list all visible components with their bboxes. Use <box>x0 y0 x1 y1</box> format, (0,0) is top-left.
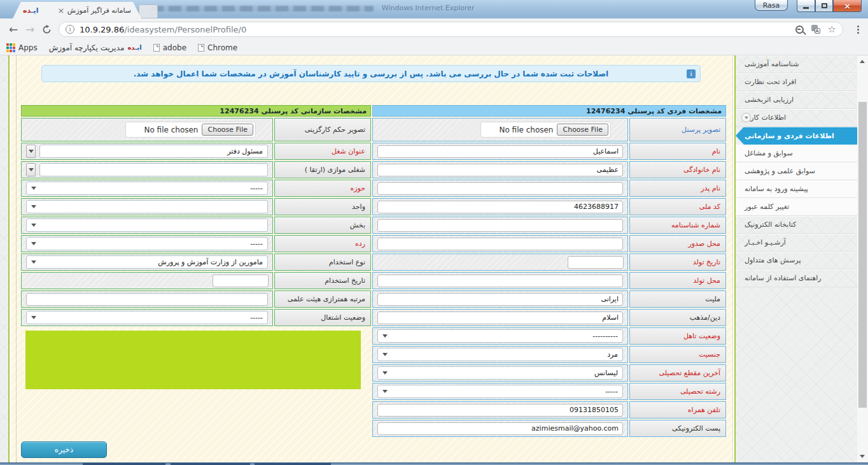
field-label: حوزه <box>274 180 371 197</box>
organizational-form: مشخصات سازمانی کد پرسنلی 12476234 No fil… <box>21 105 371 327</box>
scroll-up-icon[interactable] <box>860 60 865 63</box>
select-input[interactable]: مامورین از وزارت آموزش و پرورش <box>26 255 268 269</box>
text-input[interactable] <box>377 404 623 417</box>
bookmark-idea[interactable]: مدیریت یکپارچه آموزش ایـدهایده <box>49 43 142 52</box>
personal-form-title: مشخصات فردی کد پرسنلی 12476234 <box>372 105 726 117</box>
file-input[interactable]: No file chosen Choose File <box>480 122 611 138</box>
minimize-button[interactable] <box>797 0 815 12</box>
text-input[interactable] <box>377 201 623 213</box>
field-label: محل صدور <box>629 235 726 252</box>
sidebar-item[interactable]: افراد تحت نظارت <box>736 73 857 91</box>
text-input[interactable] <box>377 422 623 435</box>
sidebar-navigation: شناسنامه آموزشی افراد تحت نظارت ارزیابی … <box>734 55 857 462</box>
select-input[interactable]: ----- <box>377 385 623 398</box>
forward-button[interactable]: → <box>22 23 38 36</box>
close-window-button[interactable]: × <box>833 0 862 12</box>
bookmark-star-icon[interactable]: ☆ <box>828 25 836 34</box>
text-input[interactable] <box>377 293 623 306</box>
chevron-down-icon <box>382 353 388 356</box>
select-input[interactable]: ----- <box>26 237 268 250</box>
translate-icon[interactable]: A <box>811 25 820 34</box>
field-label: نام پدر <box>629 180 726 197</box>
form-row: تلفن همراه <box>372 401 726 418</box>
field-label: نام خانوادگی <box>629 161 726 178</box>
text-input[interactable] <box>26 293 268 306</box>
sidebar-item[interactable]: پیشینه ورود به سامانه <box>736 180 857 198</box>
select-input[interactable]: ----- <box>26 311 268 324</box>
field-label: نوع استخدام <box>274 254 371 271</box>
address-bar[interactable]: i 10.9.29.86/ideasystem/PersonelProfile/… <box>59 22 843 37</box>
form-row: No file chosen Choose File تصویر حکم کار… <box>21 118 371 141</box>
date-input[interactable] <box>213 275 269 287</box>
reload-button[interactable] <box>38 25 55 34</box>
chevron-down-icon <box>31 187 36 190</box>
select-input[interactable] <box>26 218 268 232</box>
field-label: محل تولد <box>629 272 726 289</box>
save-button[interactable]: ذخیره <box>21 441 107 458</box>
text-input[interactable] <box>377 238 623 250</box>
sidebar-item[interactable]: راهنمای استفاده از سامانه <box>736 269 857 287</box>
sidebar-item[interactable]: پرسش های متداول <box>736 252 857 269</box>
text-input[interactable] <box>377 145 623 158</box>
text-input[interactable] <box>377 275 623 287</box>
form-row: دین/مذهب <box>372 309 726 326</box>
chevron-down-icon <box>31 261 36 264</box>
text-input[interactable] <box>377 311 623 324</box>
url-text[interactable]: 10.9.29.86/ideasystem/PersonelProfile/0 <box>80 25 790 34</box>
field-label: ملیت <box>629 290 726 308</box>
notes-box <box>25 331 361 389</box>
zoom-out-icon[interactable] <box>795 25 804 34</box>
sidebar-item[interactable]: ارزیابی اثربخشی <box>736 91 857 109</box>
form-row: بخش <box>21 217 371 234</box>
select-input[interactable] <box>26 200 268 213</box>
date-input[interactable] <box>568 256 624 269</box>
maximize-button[interactable] <box>815 0 833 12</box>
sidebar-item[interactable]: سوابق و مشاغل <box>736 145 857 162</box>
select-input[interactable]: ---------- <box>377 329 623 343</box>
page-info-icon[interactable]: i <box>66 25 74 34</box>
field-label: عنوان شغل <box>274 143 371 160</box>
scroll-down-icon[interactable] <box>860 455 865 458</box>
page-icon <box>198 44 204 52</box>
select-input[interactable] <box>39 163 268 176</box>
text-input[interactable] <box>377 219 623 232</box>
field-label: رشته تحصیلی <box>629 383 726 400</box>
idea-logo-icon: ایـدهایده <box>127 44 141 51</box>
select-arrow-button[interactable] <box>26 163 36 176</box>
browser-tab[interactable]: ایـایدهده × سامانه فراگیر آموزش <box>13 2 141 18</box>
select-arrow-button[interactable] <box>26 145 36 158</box>
sidebar-item[interactable]: اطلاعات کاربر <box>736 109 857 127</box>
sidebar-item[interactable]: آرشـیـو اخـبـار <box>736 234 857 252</box>
sidebar-item[interactable]: شناسنامه آموزشی <box>736 55 857 73</box>
choose-file-button[interactable]: Choose File <box>557 124 608 136</box>
field-label: واحد <box>274 198 371 215</box>
sidebar-item[interactable]: سوابق علمی و پژوهشی <box>736 162 857 180</box>
field-label: تاریخ استخدام <box>274 272 371 289</box>
back-button[interactable]: ← <box>5 23 22 36</box>
bookmark-adobe[interactable]: adobe <box>153 43 186 52</box>
vertical-scrollbar[interactable] <box>857 55 868 462</box>
scrollbar-thumb[interactable] <box>858 102 867 408</box>
select-input[interactable]: ----- <box>26 182 268 195</box>
file-input[interactable]: No file chosen Choose File <box>125 122 256 138</box>
tab-close-icon[interactable]: × <box>58 6 65 15</box>
select-input[interactable]: مسئول دفتر <box>39 145 268 158</box>
page-icon <box>153 44 160 52</box>
select-input[interactable]: لیسانس <box>377 366 623 380</box>
chrome-menu-icon[interactable] <box>853 23 863 36</box>
sidebar-item[interactable]: تغییر کلمه عبور <box>736 198 857 216</box>
apps-shortcut[interactable]: Apps <box>6 43 38 52</box>
form-row: ----- وضعیت اشتغال <box>21 309 371 326</box>
window-bottom-edge <box>0 462 868 465</box>
rasa-button[interactable]: Rasa <box>755 0 788 11</box>
chevron-down-icon[interactable] <box>741 113 751 122</box>
choose-file-button[interactable]: Choose File <box>202 124 253 136</box>
bookmark-chrome[interactable]: Chrome <box>198 43 237 52</box>
sidebar-item[interactable]: کتابخانه الکترونیک <box>736 216 857 234</box>
main-content: اصلاحات ثبت شده شما در حال بررسی می باشد… <box>11 55 733 462</box>
new-tab-button[interactable] <box>139 4 158 18</box>
text-input[interactable] <box>377 182 623 195</box>
text-input[interactable] <box>377 164 623 176</box>
sidebar-item[interactable]: اطلاعات فردی و سازمانی <box>736 127 857 145</box>
select-input[interactable]: مرد <box>377 348 623 361</box>
